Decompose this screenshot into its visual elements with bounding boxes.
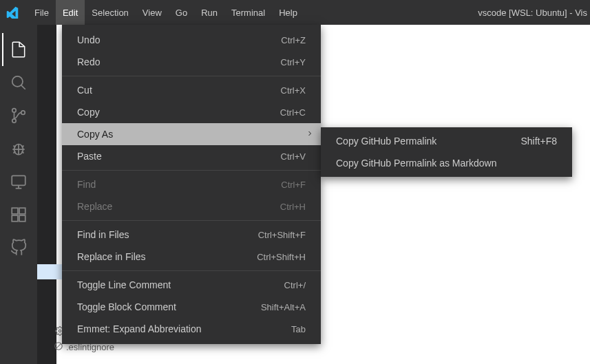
menuitem-replace[interactable]: ReplaceCtrl+H [62,195,321,217]
svg-rect-15 [12,208,18,214]
activity-bar [0,25,37,364]
menuitem-undo[interactable]: UndoCtrl+Z [62,29,321,51]
svg-point-19 [59,330,61,332]
menuitem-paste[interactable]: PasteCtrl+V [62,145,321,167]
vscode-icon [6,6,19,19]
menuitem-copy-as[interactable]: Copy As [62,123,321,145]
menu-separator [62,270,321,271]
menu-help[interactable]: Help [272,0,304,25]
svg-point-4 [21,111,25,114]
edit-menu-dropdown: UndoCtrl+Z RedoCtrl+Y CutCtrl+X CopyCtrl… [62,25,321,344]
svg-line-21 [56,344,61,349]
svg-rect-18 [19,208,25,214]
activity-remote[interactable] [2,165,35,198]
titlebar: File Edit Selection View Go Run Terminal… [0,0,590,25]
window-title: vscode [WSL: Ubuntu] - Vis [478,0,590,25]
menuitem-toggle-block-comment[interactable]: Toggle Block CommentShift+Alt+A [62,296,321,318]
activity-github[interactable] [2,231,35,264]
activity-explorer[interactable] [2,33,35,66]
menuitem-toggle-line-comment[interactable]: Toggle Line CommentCtrl+/ [62,274,321,296]
copy-as-submenu: Copy GitHub PermalinkShift+F8 Copy GitHu… [321,127,572,177]
activity-extensions[interactable] [2,198,35,231]
svg-point-2 [12,109,16,112]
submenuitem-copy-github-permalink[interactable]: Copy GitHub PermalinkShift+F8 [321,130,572,152]
svg-rect-12 [12,175,25,185]
submenuitem-copy-github-permalink-md[interactable]: Copy GitHub Permalink as Markdown [321,152,572,174]
svg-point-3 [12,119,16,122]
menu-file[interactable]: File [28,0,56,25]
chevron-right-icon [306,129,314,140]
menu-view[interactable]: View [136,0,169,25]
menu-separator [62,220,321,221]
menu-go[interactable]: Go [169,0,194,25]
menu-edit[interactable]: Edit [56,0,85,25]
menu-run[interactable]: Run [194,0,224,25]
menu-separator [62,76,321,76]
menuitem-copy[interactable]: CopyCtrl+C [62,101,321,123]
explorer-selected-row[interactable] [37,264,65,279]
menuitem-emmet-expand[interactable]: Emmet: Expand AbbreviationTab [62,318,321,340]
menubar: File Edit Selection View Go Run Terminal… [28,0,304,25]
menuitem-redo[interactable]: RedoCtrl+Y [62,51,321,73]
menu-separator [62,170,321,171]
activity-search[interactable] [2,66,35,99]
menuitem-find-in-files[interactable]: Find in FilesCtrl+Shift+F [62,224,321,246]
sidebar [37,25,56,364]
svg-point-0 [12,76,23,87]
svg-rect-17 [19,215,25,222]
menuitem-find[interactable]: FindCtrl+F [62,173,321,195]
menuitem-cut[interactable]: CutCtrl+X [62,79,321,101]
activity-source-control[interactable] [2,99,35,132]
svg-line-1 [21,85,25,89]
menu-terminal[interactable]: Terminal [224,0,272,25]
menuitem-replace-in-files[interactable]: Replace in FilesCtrl+Shift+H [62,246,321,268]
activity-debug[interactable] [2,132,35,165]
menu-selection[interactable]: Selection [85,0,135,25]
svg-rect-16 [12,215,18,222]
